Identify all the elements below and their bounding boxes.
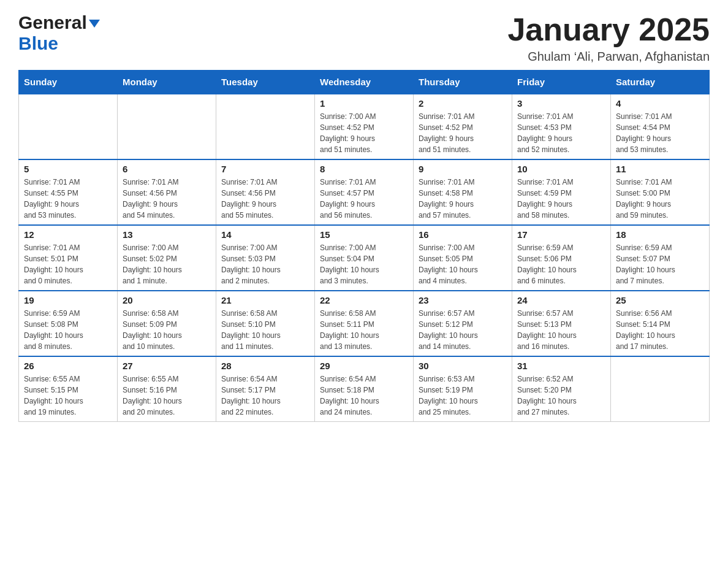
day-info: Sunrise: 7:01 AMSunset: 4:55 PMDaylight:… — [24, 177, 112, 221]
day-info: Sunrise: 6:55 AMSunset: 5:15 PMDaylight:… — [24, 373, 112, 418]
day-number: 24 — [517, 295, 605, 305]
calendar-body: 1Sunrise: 7:00 AMSunset: 4:52 PMDaylight… — [19, 94, 710, 422]
day-info: Sunrise: 6:58 AMSunset: 5:11 PMDaylight:… — [320, 308, 408, 352]
calendar-cell: 27Sunrise: 6:55 AMSunset: 5:16 PMDayligh… — [118, 356, 216, 422]
calendar-cell — [118, 94, 216, 159]
day-number: 27 — [123, 361, 211, 371]
day-info: Sunrise: 7:00 AMSunset: 4:52 PMDaylight:… — [320, 111, 408, 155]
day-number: 23 — [419, 295, 507, 305]
day-info: Sunrise: 7:00 AMSunset: 5:02 PMDaylight:… — [123, 242, 211, 286]
calendar-cell: 31Sunrise: 6:52 AMSunset: 5:20 PMDayligh… — [512, 356, 611, 422]
calendar-cell: 20Sunrise: 6:58 AMSunset: 5:09 PMDayligh… — [118, 291, 216, 356]
day-number: 28 — [221, 361, 309, 371]
day-number: 14 — [221, 229, 309, 240]
day-number: 19 — [24, 295, 112, 305]
day-info: Sunrise: 7:01 AMSunset: 4:54 PMDaylight:… — [616, 111, 704, 155]
day-number: 29 — [320, 361, 408, 371]
calendar-cell: 7Sunrise: 7:01 AMSunset: 4:56 PMDaylight… — [216, 159, 315, 225]
day-info: Sunrise: 7:00 AMSunset: 5:03 PMDaylight:… — [221, 242, 309, 286]
day-info: Sunrise: 6:59 AMSunset: 5:06 PMDaylight:… — [517, 242, 605, 286]
logo-blue-text: Blue — [18, 33, 58, 53]
day-info: Sunrise: 6:52 AMSunset: 5:20 PMDaylight:… — [517, 373, 605, 418]
calendar-cell: 29Sunrise: 6:54 AMSunset: 5:18 PMDayligh… — [315, 356, 414, 422]
day-number: 15 — [320, 229, 408, 240]
day-number: 3 — [517, 98, 605, 109]
day-info: Sunrise: 6:53 AMSunset: 5:19 PMDaylight:… — [419, 373, 507, 418]
day-info: Sunrise: 7:01 AMSunset: 4:52 PMDaylight:… — [419, 111, 507, 155]
calendar-cell: 12Sunrise: 7:01 AMSunset: 5:01 PMDayligh… — [19, 225, 118, 291]
calendar-cell: 6Sunrise: 7:01 AMSunset: 4:56 PMDaylight… — [118, 159, 216, 225]
calendar-cell: 9Sunrise: 7:01 AMSunset: 4:58 PMDaylight… — [414, 159, 512, 225]
day-number: 21 — [221, 295, 309, 305]
calendar-week-row: 1Sunrise: 7:00 AMSunset: 4:52 PMDaylight… — [19, 94, 710, 159]
calendar-cell: 14Sunrise: 7:00 AMSunset: 5:03 PMDayligh… — [216, 225, 315, 291]
month-title: January 2025 — [507, 12, 710, 47]
day-number: 12 — [24, 229, 112, 240]
day-info: Sunrise: 7:01 AMSunset: 4:59 PMDaylight:… — [517, 177, 605, 221]
day-info: Sunrise: 7:01 AMSunset: 4:56 PMDaylight:… — [221, 177, 309, 221]
day-info: Sunrise: 7:01 AMSunset: 4:58 PMDaylight:… — [419, 177, 507, 221]
calendar-cell — [19, 94, 118, 159]
calendar-cell: 21Sunrise: 6:58 AMSunset: 5:10 PMDayligh… — [216, 291, 315, 356]
calendar-cell: 23Sunrise: 6:57 AMSunset: 5:12 PMDayligh… — [414, 291, 512, 356]
weekday-header-monday: Monday — [118, 71, 216, 94]
calendar-cell: 18Sunrise: 6:59 AMSunset: 5:07 PMDayligh… — [611, 225, 710, 291]
calendar-cell: 8Sunrise: 7:01 AMSunset: 4:57 PMDaylight… — [315, 159, 414, 225]
day-info: Sunrise: 6:58 AMSunset: 5:09 PMDaylight:… — [123, 308, 211, 352]
logo: General Blue — [18, 12, 100, 54]
calendar-week-row: 19Sunrise: 6:59 AMSunset: 5:08 PMDayligh… — [19, 291, 710, 356]
day-info: Sunrise: 6:54 AMSunset: 5:17 PMDaylight:… — [221, 373, 309, 418]
day-number: 10 — [517, 164, 605, 174]
day-info: Sunrise: 7:01 AMSunset: 4:57 PMDaylight:… — [320, 177, 408, 221]
day-number: 30 — [419, 361, 507, 371]
weekday-header-wednesday: Wednesday — [315, 71, 414, 94]
calendar-week-row: 12Sunrise: 7:01 AMSunset: 5:01 PMDayligh… — [19, 225, 710, 291]
day-number: 13 — [123, 229, 211, 240]
calendar-table: SundayMondayTuesdayWednesdayThursdayFrid… — [18, 70, 710, 422]
calendar-week-row: 5Sunrise: 7:01 AMSunset: 4:55 PMDaylight… — [19, 159, 710, 225]
calendar-cell: 19Sunrise: 6:59 AMSunset: 5:08 PMDayligh… — [19, 291, 118, 356]
day-info: Sunrise: 6:57 AMSunset: 5:13 PMDaylight:… — [517, 308, 605, 352]
day-number: 22 — [320, 295, 408, 305]
day-info: Sunrise: 6:58 AMSunset: 5:10 PMDaylight:… — [221, 308, 309, 352]
location: Ghulam ‘Ali, Parwan, Afghanistan — [507, 50, 710, 64]
day-info: Sunrise: 6:59 AMSunset: 5:07 PMDaylight:… — [616, 242, 704, 286]
day-info: Sunrise: 7:00 AMSunset: 5:04 PMDaylight:… — [320, 242, 408, 286]
calendar-cell: 5Sunrise: 7:01 AMSunset: 4:55 PMDaylight… — [19, 159, 118, 225]
logo-arrow-icon — [89, 20, 100, 28]
day-info: Sunrise: 6:57 AMSunset: 5:12 PMDaylight:… — [419, 308, 507, 352]
calendar-cell: 22Sunrise: 6:58 AMSunset: 5:11 PMDayligh… — [315, 291, 414, 356]
calendar-cell: 1Sunrise: 7:00 AMSunset: 4:52 PMDaylight… — [315, 94, 414, 159]
calendar-cell — [611, 356, 710, 422]
day-number: 6 — [123, 164, 211, 174]
calendar-cell: 25Sunrise: 6:56 AMSunset: 5:14 PMDayligh… — [611, 291, 710, 356]
calendar-cell: 26Sunrise: 6:55 AMSunset: 5:15 PMDayligh… — [19, 356, 118, 422]
weekday-header-tuesday: Tuesday — [216, 71, 315, 94]
day-number: 31 — [517, 361, 605, 371]
weekday-header-row: SundayMondayTuesdayWednesdayThursdayFrid… — [19, 71, 710, 94]
day-info: Sunrise: 6:55 AMSunset: 5:16 PMDaylight:… — [123, 373, 211, 418]
calendar-cell: 16Sunrise: 7:00 AMSunset: 5:05 PMDayligh… — [414, 225, 512, 291]
day-info: Sunrise: 6:54 AMSunset: 5:18 PMDaylight:… — [320, 373, 408, 418]
title-block: January 2025 Ghulam ‘Ali, Parwan, Afghan… — [507, 12, 710, 64]
calendar-cell: 4Sunrise: 7:01 AMSunset: 4:54 PMDaylight… — [611, 94, 710, 159]
day-number: 17 — [517, 229, 605, 240]
weekday-header-sunday: Sunday — [19, 71, 118, 94]
day-number: 16 — [419, 229, 507, 240]
page-header: General Blue January 2025 Ghulam ‘Ali, P… — [18, 12, 710, 64]
calendar-cell: 28Sunrise: 6:54 AMSunset: 5:17 PMDayligh… — [216, 356, 315, 422]
weekday-header-friday: Friday — [512, 71, 611, 94]
day-number: 25 — [616, 295, 704, 305]
day-number: 7 — [221, 164, 309, 174]
day-number: 4 — [616, 98, 704, 109]
day-info: Sunrise: 6:56 AMSunset: 5:14 PMDaylight:… — [616, 308, 704, 352]
day-number: 26 — [24, 361, 112, 371]
day-number: 20 — [123, 295, 211, 305]
calendar-cell: 17Sunrise: 6:59 AMSunset: 5:06 PMDayligh… — [512, 225, 611, 291]
day-info: Sunrise: 7:01 AMSunset: 5:01 PMDaylight:… — [24, 242, 112, 286]
day-info: Sunrise: 7:01 AMSunset: 5:00 PMDaylight:… — [616, 177, 704, 221]
day-number: 9 — [419, 164, 507, 174]
calendar-cell: 2Sunrise: 7:01 AMSunset: 4:52 PMDaylight… — [414, 94, 512, 159]
calendar-cell: 11Sunrise: 7:01 AMSunset: 5:00 PMDayligh… — [611, 159, 710, 225]
day-number: 1 — [320, 98, 408, 109]
